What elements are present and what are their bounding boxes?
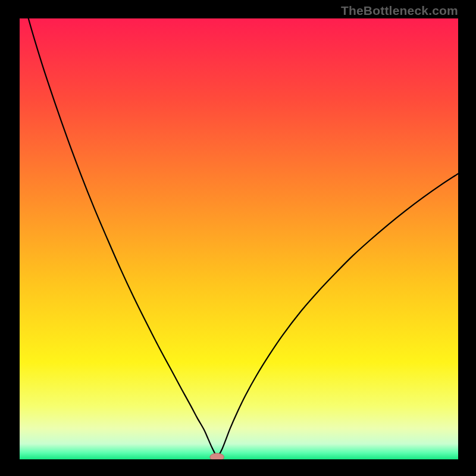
- watermark-text: TheBottleneck.com: [341, 4, 458, 18]
- chart-svg: [20, 18, 458, 459]
- outer-frame: TheBottleneck.com: [0, 0, 476, 476]
- optimal-point-marker: [210, 453, 224, 459]
- gradient-background: [20, 18, 458, 459]
- plot-area: [20, 18, 458, 459]
